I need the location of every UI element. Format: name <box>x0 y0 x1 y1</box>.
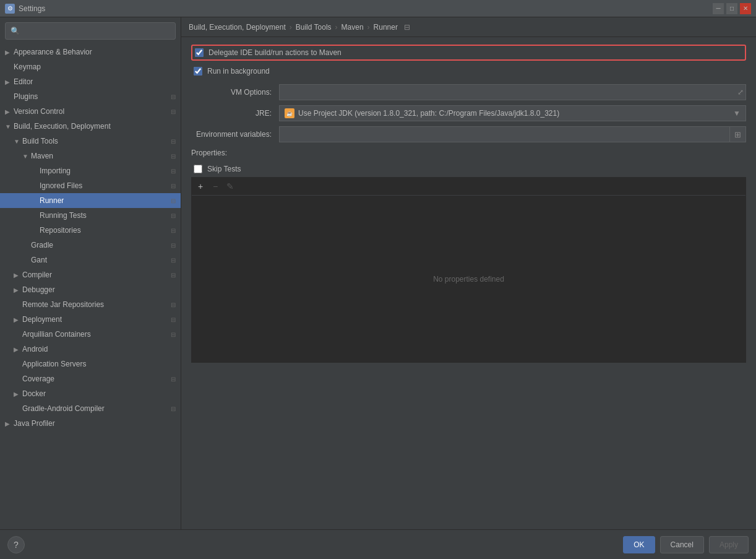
sidebar-item-deployment[interactable]: ▶ Deployment ⊟ <box>0 312 181 327</box>
skip-tests-label: Skip Tests <box>207 165 241 173</box>
sidebar-item-label: Ignored Files <box>40 181 171 190</box>
jre-select[interactable]: ☕ Use Project JDK (version 1.8.0_321, pa… <box>279 105 746 121</box>
sidebar-item-label: Arquillian Containers <box>22 330 171 339</box>
sidebar-item-android[interactable]: ▶ Android <box>0 342 181 357</box>
sidebar-item-appearance[interactable]: ▶ Appearance & Behavior <box>0 45 181 59</box>
arrow-icon: ▼ <box>14 138 22 145</box>
sidebar-item-label: Maven <box>31 152 171 160</box>
window-title: Settings <box>19 4 45 13</box>
sidebar-item-label: Running Tests <box>40 211 171 220</box>
title-bar: ⚙ Settings ─ □ ✕ <box>0 0 756 17</box>
sidebar-item-remote-jar-repos[interactable]: Remote Jar Repositories ⊟ <box>0 297 181 312</box>
breadcrumb-separator: › <box>290 23 292 32</box>
settings-icon: ⊟ <box>171 316 176 323</box>
settings-icon: ⊟ <box>171 212 176 219</box>
settings-icon: ⊟ <box>171 168 176 175</box>
sidebar-item-importing[interactable]: Importing ⊟ <box>0 163 181 178</box>
arrow-icon: ▶ <box>14 272 22 279</box>
sidebar-item-plugins[interactable]: Plugins ⊟ <box>0 89 181 104</box>
help-button[interactable]: ? <box>7 536 25 553</box>
sidebar-item-repositories[interactable]: Repositories ⊟ <box>0 223 181 238</box>
sidebar-item-gradle-android[interactable]: Gradle-Android Compiler ⊟ <box>0 401 181 416</box>
sidebar-item-docker[interactable]: ▶ Docker <box>0 386 181 401</box>
breadcrumb-separator: › <box>335 23 338 32</box>
sidebar-item-build-exec-deploy[interactable]: ▼ Build, Execution, Deployment <box>0 119 181 134</box>
sidebar-item-version-control[interactable]: ▶ Version Control ⊟ <box>0 104 181 119</box>
sidebar-item-gant[interactable]: Gant ⊟ <box>0 253 181 267</box>
sidebar-item-label: Runner <box>40 196 171 205</box>
settings-icon: ⊟ <box>171 257 176 264</box>
settings-icon: ⊟ <box>171 272 176 279</box>
vm-options-input-wrap: ⤢ <box>279 84 746 100</box>
settings-icon: ⊟ <box>171 153 176 160</box>
breadcrumb-item-1: Build Tools <box>296 23 332 32</box>
sidebar-item-build-tools[interactable]: ▼ Build Tools ⊟ <box>0 134 181 149</box>
minimize-button[interactable]: ─ <box>713 3 724 14</box>
sidebar-item-label: Version Control <box>14 107 171 116</box>
sidebar-item-editor[interactable]: ▶ Editor <box>0 74 181 89</box>
apply-button[interactable]: Apply <box>709 536 749 553</box>
settings-window: ⚙ Settings ─ □ ✕ 🔍 ▶ Appearance & Behavi… <box>0 0 756 559</box>
sidebar-item-label: Gradle <box>31 241 171 249</box>
background-checkbox-row: Run in background <box>191 63 746 79</box>
search-input[interactable] <box>22 27 170 35</box>
sidebar-item-runner[interactable]: Runner ⊟ <box>0 193 181 208</box>
background-checkbox[interactable] <box>194 67 202 76</box>
no-properties-text: No properties defined <box>192 196 745 362</box>
breadcrumb-separator: › <box>367 23 370 32</box>
edit-property-button[interactable]: ✎ <box>224 180 236 193</box>
jdk-icon: ☕ <box>285 108 294 118</box>
sidebar-item-label: Android <box>22 345 176 353</box>
sidebar-item-label: Deployment <box>22 315 171 324</box>
sidebar-item-running-tests[interactable]: Running Tests ⊟ <box>0 208 181 223</box>
env-vars-input[interactable] <box>279 126 730 142</box>
settings-tree: ▶ Appearance & Behavior Keymap ▶ Editor … <box>0 45 181 529</box>
search-box[interactable]: 🔍 <box>5 22 176 40</box>
sidebar-item-ignored-files[interactable]: Ignored Files ⊟ <box>0 178 181 193</box>
sidebar-item-label: Importing <box>40 167 171 175</box>
sidebar-item-app-servers[interactable]: Application Servers <box>0 357 181 371</box>
sidebar-item-label: Build Tools <box>22 137 171 145</box>
settings-icon: ⊟ <box>171 138 176 145</box>
sidebar-item-coverage[interactable]: Coverage ⊟ <box>0 371 181 386</box>
ok-button[interactable]: OK <box>623 536 655 553</box>
sidebar-item-debugger[interactable]: ▶ Debugger <box>0 282 181 297</box>
breadcrumb-item-2: Maven <box>341 23 364 32</box>
sidebar-item-compiler[interactable]: ▶ Compiler ⊟ <box>0 267 181 282</box>
settings-icon: ⊟ <box>171 301 176 308</box>
skip-tests-checkbox[interactable] <box>194 165 202 173</box>
vm-options-expand-button[interactable]: ⤢ <box>737 88 744 97</box>
sidebar-item-keymap[interactable]: Keymap <box>0 59 181 74</box>
maximize-button[interactable]: □ <box>726 3 737 14</box>
env-vars-row: Environment variables: ⊞ <box>191 126 746 142</box>
sidebar-item-label: Debugger <box>22 285 176 294</box>
sidebar-item-label: Compiler <box>22 271 171 279</box>
vm-options-input[interactable] <box>279 84 746 100</box>
arrow-icon: ▶ <box>5 420 14 427</box>
settings-icon: ⊟ <box>171 183 176 189</box>
delegate-checkbox[interactable] <box>195 48 204 57</box>
delegate-checkbox-row: Delegate IDE build/run actions to Maven <box>191 45 746 61</box>
add-property-button[interactable]: + <box>194 180 207 193</box>
arrow-icon: ▶ <box>14 346 22 353</box>
sidebar-item-gradle[interactable]: Gradle ⊟ <box>0 238 181 253</box>
jre-label: JRE: <box>191 109 272 118</box>
env-vars-browse-button[interactable]: ⊞ <box>730 126 746 142</box>
jre-chevron-icon: ▼ <box>733 109 741 118</box>
close-button[interactable]: ✕ <box>740 3 751 14</box>
env-vars-label: Environment variables: <box>191 130 272 139</box>
main-panel: Build, Execution, Deployment › Build Too… <box>181 17 756 529</box>
settings-icon: ⊟ <box>171 405 176 412</box>
sidebar-item-maven[interactable]: ▼ Maven ⊟ <box>0 149 181 163</box>
bottom-bar: ? OK Cancel Apply <box>0 529 756 559</box>
sidebar-item-label: Remote Jar Repositories <box>22 300 171 309</box>
arrow-icon: ▶ <box>14 391 22 397</box>
app-icon: ⚙ <box>5 4 15 14</box>
sidebar-item-arquillian[interactable]: Arquillian Containers ⊟ <box>0 327 181 342</box>
settings-icon: ⊟ <box>171 376 176 383</box>
sidebar-item-java-profiler[interactable]: ▶ Java Profiler <box>0 416 181 431</box>
sidebar-item-label: Application Servers <box>22 360 176 368</box>
cancel-button[interactable]: Cancel <box>660 536 704 553</box>
remove-property-button[interactable]: − <box>209 180 221 193</box>
bottom-actions: OK Cancel Apply <box>623 536 749 553</box>
